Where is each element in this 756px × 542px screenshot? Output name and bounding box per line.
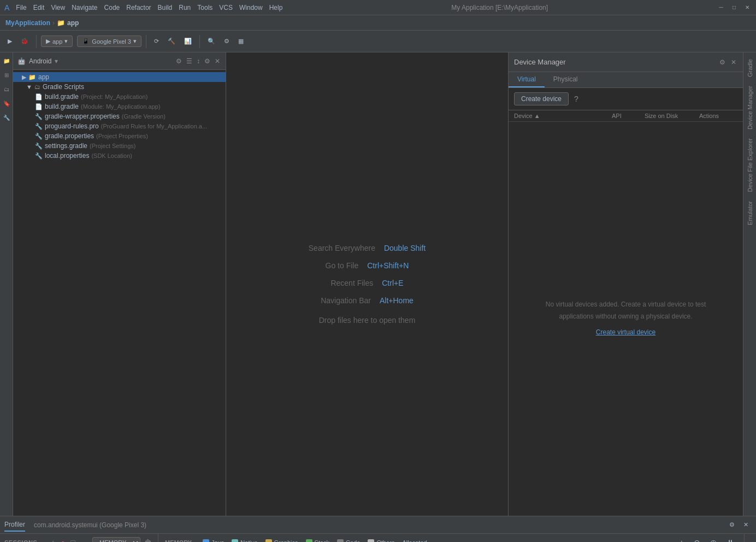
device-dropdown-label: Google Pixel 3 [92,38,131,45]
sessions-back-button[interactable]: ← [79,537,90,543]
sidebar-resource-icon[interactable]: 🗂 [1,83,13,95]
tree-item-app[interactable]: ▶ 📁 app [13,72,226,82]
menu-view[interactable]: View [51,4,65,11]
toolbar-debug-button[interactable]: 🐞 [17,36,32,46]
menu-navigate[interactable]: Navigate [72,4,97,11]
file-detail-3: (ProGuard Rules for My_Application.a... [101,123,207,129]
reset-zoom-button[interactable]: ⊙ [690,537,704,543]
right-tab-gradle[interactable]: Gradle [745,55,755,81]
toolbar-build-button[interactable]: 🔨 [164,36,179,46]
profiler-tab[interactable]: Profiler [4,519,25,532]
app-module-dropdown[interactable]: ▶ app ▾ [41,36,73,47]
menu-code[interactable]: Code [104,4,120,11]
hint-search-label: Search Everywhere [309,240,375,256]
tab-physical[interactable]: Physical [545,72,587,87]
device-manager-settings-icon[interactable]: ⚙ [718,57,727,67]
app-dropdown-chevron: ▾ [64,38,68,45]
stack-color-dot [306,539,312,543]
right-tab-device-file-explorer[interactable]: Device File Explorer [745,134,755,196]
right-tab-device-manager[interactable]: Device Manager [745,81,755,134]
device-dropdown[interactable]: 📱 Google Pixel 3 ▾ [77,36,141,47]
menu-bar: A File Edit View Navigate Code Refactor … [4,3,282,12]
breadcrumb-root[interactable]: MyApplication [5,19,50,27]
menu-tools[interactable]: Tools [197,4,212,11]
help-icon[interactable]: ? [574,95,578,103]
tree-item-file-3[interactable]: 🔧 proguard-rules.pro (ProGuard Rules for… [13,121,226,131]
project-panel-title: Android [29,57,51,65]
maximize-button[interactable]: □ [730,3,739,12]
sessions-stop-button[interactable]: □ [69,537,77,543]
tree-gradle-scripts-label: Gradle Scripts [43,83,84,91]
menu-vcs[interactable]: VCS [219,4,233,11]
toolbar-settings-button[interactable]: ⚙ [221,36,233,46]
breadcrumb: MyApplication › 📁 app [0,15,756,31]
panel-close-icon[interactable]: ✕ [214,56,221,66]
menu-refactor[interactable]: Refactor [126,4,151,11]
hint-goto-label: Go to File [326,258,359,273]
menu-run[interactable]: Run [179,4,191,11]
zoom-in-button[interactable]: + [676,537,687,543]
sidebar-bookmarks-icon[interactable]: 🔖 [1,97,13,109]
sidebar-build-icon[interactable]: 🔧 [1,111,13,123]
tree-item-file-1[interactable]: 📄 build.gradle (Module: My_Application.a… [13,102,226,111]
hint-recent-label: Recent Files [330,275,373,291]
sidebar-project-icon[interactable]: 📁 [1,55,13,67]
pause-button[interactable]: ⏸ [723,537,737,543]
menu-help[interactable]: Help [269,4,283,11]
android-dropdown-chevron[interactable]: ▾ [55,57,58,65]
panel-gear-icon[interactable]: ⚙ [203,56,211,66]
device-sort-icon: ▲ [534,113,540,119]
panel-sort-icon[interactable]: ↕ [196,56,201,66]
toolbar-run-button[interactable]: ▶ [4,36,15,46]
go-live-button[interactable]: ◷ [707,537,720,543]
legend-code-label: Code [346,539,360,543]
toolbar-search-button[interactable]: 🔍 [204,36,218,46]
profiler-process-tab[interactable]: com.android.systemui (Google Pixel 3) [34,521,146,529]
toolbar-layout-button[interactable]: ▦ [235,36,247,46]
app-folder-icon: 📁 [28,74,36,81]
menu-build[interactable]: Build [158,4,173,11]
tree-item-gradle-scripts[interactable]: ▼ 🗂 Gradle Scripts [13,82,226,92]
tree-item-file-2[interactable]: 🔧 gradle-wrapper.properties (Gradle Vers… [13,111,226,121]
tab-virtual[interactable]: Virtual [509,72,545,87]
tree-item-file-4[interactable]: 🔧 gradle.properties (Project Properties) [13,131,226,141]
close-button[interactable]: ✕ [743,3,752,12]
profiler-close-button[interactable]: ✕ [740,520,752,530]
tree-item-file-5[interactable]: 🔧 settings.gradle (Project Settings) [13,141,226,151]
structure-strip: Structure Bookmarks Build Variants [744,534,756,542]
device-manager-close-icon[interactable]: ✕ [730,57,737,67]
tree-item-file-6[interactable]: 🔧 local.properties (SDK Location) [13,151,226,161]
sessions-add-button[interactable]: + [49,537,57,543]
panel-collapse-icon[interactable]: ☰ [185,56,193,66]
sessions-delete-button[interactable]: 🗑 [143,537,153,543]
tree-item-app-label: app [38,73,49,81]
toolbar-profile-button[interactable]: 📊 [181,36,195,46]
sessions-record-button[interactable]: ● [59,537,67,543]
zoom-out-button[interactable]: − [662,537,673,543]
legend-stack: Stack [306,539,330,543]
project-panel-header: 🤖 Android ▾ ⚙ ☰ ↕ ⚙ ✕ [13,52,226,70]
legend-native: Native [232,539,257,543]
legend-allocated-label: Allocated [402,539,427,543]
tree-item-file-0[interactable]: 📄 build.gradle (Project: My_Application) [13,92,226,102]
toolbar-sync-button[interactable]: ⟳ [151,36,162,46]
right-tab-emulator[interactable]: Emulator [745,197,755,229]
breadcrumb-child[interactable]: app [67,19,79,27]
editor-area[interactable]: Search Everywhere Double Shift Go to Fil… [226,52,508,516]
app-icon: A [4,3,9,12]
profiler-settings-button[interactable]: ⚙ [726,520,738,530]
main-toolbar: ▶ 🐞 ▶ app ▾ 📱 Google Pixel 3 ▾ ⟳ 🔨 📊 🔍 ⚙… [0,31,756,52]
legend-graphics-label: Graphics [274,539,298,543]
device-manager-title: Device Manager [514,58,718,66]
file-icon-2: 🔧 [35,113,43,120]
create-virtual-device-link[interactable]: Create virtual device [596,327,655,339]
minimize-button[interactable]: ─ [717,3,725,12]
menu-window[interactable]: Window [239,4,263,11]
menu-edit[interactable]: Edit [33,4,45,11]
col-device-label[interactable]: Device ▲ [514,113,612,119]
panel-settings-icon[interactable]: ⚙ [175,56,183,66]
create-device-button[interactable]: Create device [514,92,569,105]
menu-file[interactable]: File [16,4,26,11]
memory-type-dropdown[interactable]: MEMORY [92,537,140,543]
sidebar-structure-icon[interactable]: ⊞ [1,69,13,81]
